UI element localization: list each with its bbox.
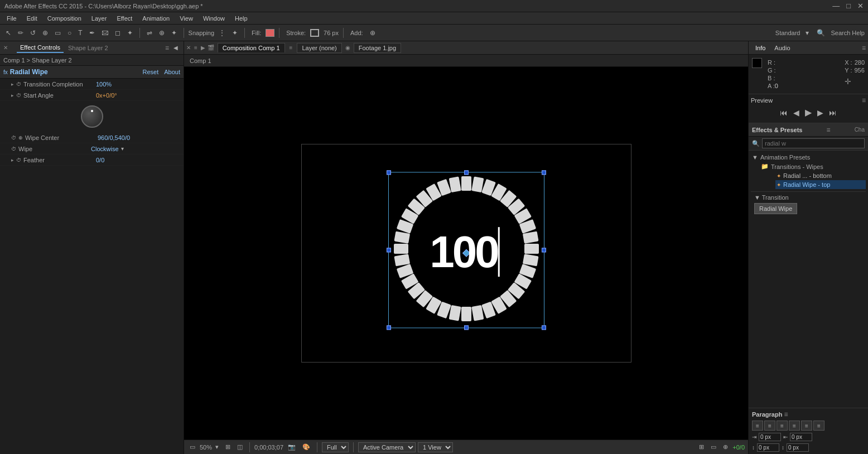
prop-stopwatch-f[interactable]: ⏱	[16, 157, 21, 163]
preset-radial-top[interactable]: ✦ Radial Wipe - top	[775, 180, 866, 189]
viewer-color-btn[interactable]: 🎨	[300, 443, 312, 451]
menu-effect[interactable]: Effect	[112, 14, 137, 23]
effects-panel-expand[interactable]: Cha	[855, 127, 865, 133]
prop-expand-tc[interactable]: ▸	[11, 81, 14, 87]
transition-radial-wipe[interactable]: Radial Wipe	[754, 203, 797, 214]
viewer-fit-btn[interactable]: ⊞	[223, 443, 233, 451]
align-justify-center[interactable]: ≡	[801, 421, 812, 431]
close-btn[interactable]: ✕	[857, 2, 864, 10]
paragraph-menu[interactable]: ≡	[784, 410, 788, 418]
prop-value-sa[interactable]: 0x+0/0°	[96, 92, 117, 99]
tab-audio[interactable]: Audio	[770, 44, 794, 52]
menu-help[interactable]: Help	[230, 14, 252, 23]
workspace-dropdown[interactable]: ▾	[803, 28, 811, 38]
camera-select[interactable]: Active Camera	[358, 442, 416, 452]
viewer-region-btn[interactable]: ▭	[187, 443, 197, 451]
space-before[interactable]	[757, 443, 779, 452]
panel-close-btn[interactable]: ✕	[3, 45, 8, 51]
wipe-dropdown[interactable]: Clockwise ▾	[91, 146, 124, 152]
prop-value-wc[interactable]: 960/0,540/0	[98, 134, 130, 141]
view-select[interactable]: 1 View	[418, 442, 453, 452]
tool-stamp[interactable]: 🖂	[99, 28, 110, 38]
search-help-btn[interactable]: 🔍	[814, 28, 827, 38]
menu-view[interactable]: View	[175, 14, 197, 23]
skip-fwd-btn[interactable]: ⏭	[827, 108, 838, 118]
window-controls[interactable]: — □ ✕	[832, 2, 864, 10]
transitions-wipes-label[interactable]: 📁 Transitions - Wipes	[760, 162, 866, 171]
preset-radial-bottom[interactable]: ✦ Radial ... - bottom	[775, 171, 866, 180]
prop-stopwatch-tc[interactable]: ⏱	[16, 81, 21, 87]
viewer-toggle[interactable]: ◫	[235, 443, 245, 451]
tool-brush[interactable]: ✒	[87, 28, 97, 38]
tool-anchor[interactable]: ⊕	[157, 28, 167, 38]
prop-stopwatch-wc[interactable]: ⏱	[11, 135, 16, 141]
viewer-safe-zones[interactable]: ▭	[708, 443, 718, 451]
effects-search-input[interactable]	[762, 138, 865, 148]
tab-layer[interactable]: Layer (none)	[297, 43, 341, 53]
panel-expand[interactable]: ◀	[171, 44, 180, 52]
viewer-grid[interactable]: ⊞	[697, 443, 706, 451]
tab-footage[interactable]: Footage 1.jpg	[354, 43, 401, 53]
viewer-3d[interactable]: ⊕	[721, 443, 730, 451]
handle-mid-left[interactable]	[387, 248, 391, 252]
wipe-dropdown-arrow[interactable]: ▾	[121, 146, 124, 152]
indent-right[interactable]	[790, 433, 812, 441]
handle-top-right[interactable]	[542, 170, 546, 175]
start-angle-dial[interactable]	[81, 105, 103, 128]
prev-frame-btn[interactable]: ◀	[792, 108, 801, 118]
prop-stopwatch-w[interactable]: ⏱	[11, 146, 16, 152]
tool-text[interactable]: T	[76, 28, 84, 38]
menu-window[interactable]: Window	[199, 14, 229, 23]
info-panel-menu[interactable]: ≡	[862, 44, 866, 52]
menu-animation[interactable]: Animation	[138, 14, 174, 23]
quality-select[interactable]: Full	[322, 442, 349, 452]
menu-file[interactable]: File	[2, 14, 21, 23]
tab-comp1[interactable]: Composition Comp 1	[218, 43, 285, 52]
align-right[interactable]: ≡	[777, 421, 788, 431]
prop-value-tc[interactable]: 100%	[96, 81, 112, 88]
align-justify-left[interactable]: ≡	[789, 421, 800, 431]
tool-puppet[interactable]: ✦	[169, 28, 179, 38]
effects-panel-menu[interactable]: ≡	[827, 126, 831, 134]
indent-left[interactable]	[759, 433, 781, 441]
handle-bottom-mid[interactable]	[464, 325, 469, 330]
align-justify-all[interactable]: ≡	[813, 421, 824, 431]
comp-panel-close[interactable]: ✕	[186, 45, 191, 51]
prop-expand-f[interactable]: ▸	[11, 157, 14, 163]
space-after[interactable]	[787, 443, 809, 452]
effect-reset-btn[interactable]: Reset	[143, 69, 159, 75]
play-btn[interactable]: ▶	[803, 107, 813, 118]
viewer-cam-btn[interactable]: 📷	[286, 443, 298, 451]
info-crosshair[interactable]: ✛	[845, 77, 851, 86]
tool-shape-ellipse[interactable]: ○	[65, 28, 74, 38]
handle-bottom-right[interactable]	[542, 325, 546, 330]
align-center[interactable]: ≡	[764, 421, 775, 431]
prop-stopwatch-sa[interactable]: ⏱	[16, 93, 21, 98]
tool-shape-rect[interactable]: ▭	[52, 28, 63, 38]
prop-value-f[interactable]: 0/0	[96, 157, 104, 163]
zoom-dropdown[interactable]: ▾	[213, 443, 221, 451]
tool-roto[interactable]: ✦	[125, 28, 135, 38]
tab-effect-controls[interactable]: Effect Controls	[17, 43, 64, 53]
handle-top-mid[interactable]	[464, 170, 469, 175]
add-btn[interactable]: ⊕	[368, 28, 378, 38]
handle-bottom-left[interactable]	[387, 325, 391, 330]
tool-rotate[interactable]: ↺	[28, 28, 38, 38]
snapping-toggle[interactable]: ⋮	[216, 28, 228, 38]
snap-magnet[interactable]: ✦	[230, 28, 240, 38]
tool-pen[interactable]: ✏	[16, 28, 26, 38]
menu-edit[interactable]: Edit	[22, 14, 42, 23]
stroke-swatch[interactable]	[310, 29, 319, 37]
tab-info[interactable]: Info	[751, 44, 770, 52]
tool-align[interactable]: ⇌	[144, 28, 155, 38]
tool-camera[interactable]: ⊕	[40, 28, 50, 38]
minimize-btn[interactable]: —	[832, 2, 840, 10]
prop-expand-sa[interactable]: ▸	[11, 93, 14, 98]
effect-toggle[interactable]: fx	[3, 69, 8, 75]
tool-select[interactable]: ↖	[3, 28, 13, 38]
next-frame-btn[interactable]: ▶	[816, 108, 825, 118]
handle-top-left[interactable]	[387, 170, 391, 175]
effect-about-btn[interactable]: About	[164, 69, 180, 75]
maximize-btn[interactable]: □	[846, 2, 851, 10]
tool-eraser[interactable]: ◻	[113, 28, 123, 38]
